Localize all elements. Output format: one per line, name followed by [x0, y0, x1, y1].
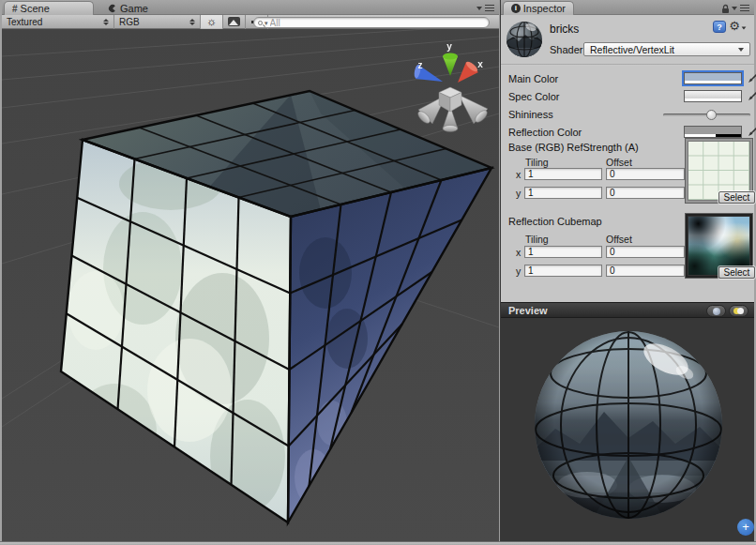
spec-color-alpha-bar [685, 98, 741, 101]
reflection-color-swatch[interactable] [684, 126, 742, 138]
main-color-row: Main Color [501, 71, 754, 86]
shader-dropdown[interactable]: Reflective/VertexLit [583, 42, 750, 56]
orientation-gizmo[interactable]: y x z [414, 41, 490, 132]
spec-color-label: Spec Color [508, 89, 559, 104]
main-color-swatch[interactable] [684, 72, 742, 84]
image-icon [228, 17, 240, 26]
inspector-panel-menu[interactable] [732, 5, 749, 11]
tab-inspector-label: Inspector [523, 3, 566, 14]
channel-mode-label: RGB [119, 17, 140, 27]
spec-color-row: Spec Color [501, 89, 754, 104]
base-y-offset-input[interactable] [606, 187, 685, 199]
main-color-fill [685, 73, 741, 81]
cubemap-label: Reflection Cubemap [508, 216, 602, 227]
light-off-icon [737, 308, 744, 314]
preview-lighting-button[interactable] [729, 305, 748, 317]
eyedropper-icon[interactable] [747, 72, 756, 84]
reflective-cube[interactable] [61, 91, 491, 522]
cubemap-select-button[interactable]: Select [718, 266, 755, 279]
gizmo-z-label: z [418, 60, 423, 70]
game-icon [108, 4, 117, 13]
gizmo-x-label: x [477, 59, 483, 69]
cubemap-offset-header: Offset [606, 234, 632, 245]
shininess-slider[interactable] [663, 114, 750, 116]
tab-scene[interactable]: # Scene [4, 1, 94, 15]
inspector-tabbar: i Inspector [501, 0, 754, 15]
cubemap-x-offset-input[interactable] [606, 246, 685, 258]
header-divider [501, 64, 754, 66]
help-icon[interactable]: ? [713, 21, 726, 33]
preview-body[interactable]: + [501, 318, 754, 541]
base-x-offset-input[interactable] [606, 168, 685, 180]
gizmo-cube[interactable] [439, 87, 461, 112]
render-mode-dropdown[interactable]: Textured [2, 15, 114, 29]
search-filter-caret-icon: ▾ [265, 20, 268, 26]
tab-inspector[interactable]: i Inspector [503, 1, 574, 15]
cubemap-x-label: x [516, 247, 521, 258]
base-x-tiling-input[interactable] [524, 168, 602, 180]
cubemap-y-offset-input[interactable] [606, 265, 685, 277]
material-preview-sphere[interactable] [501, 318, 755, 541]
channel-mode-dropdown[interactable]: RGB [114, 15, 201, 29]
shininess-slider-thumb[interactable] [706, 110, 717, 120]
base-y-tiling-input[interactable] [524, 187, 602, 199]
scene-search-field[interactable]: ▾ [253, 17, 490, 28]
reflection-color-label: Reflection Color [508, 125, 582, 140]
gizmo-y-axis[interactable] [443, 53, 458, 77]
cubemap-x-tiling-input[interactable] [524, 246, 602, 258]
scene-3d-view[interactable]: y x z [2, 29, 499, 541]
tab-game[interactable]: Game [100, 1, 166, 15]
scene-viewport[interactable]: y x z [2, 29, 499, 541]
base-offset-header: Offset [606, 157, 632, 168]
chevron-down-icon [738, 48, 744, 52]
unity-editor-window: # Scene Game Textured RGB ☼ [0, 0, 756, 545]
base-map-select-button[interactable]: Select [718, 191, 755, 204]
sun-icon: ☼ [206, 16, 217, 27]
scene-panel-menu[interactable] [476, 5, 494, 11]
preview-expand-button[interactable]: + [737, 519, 754, 536]
sphere-icon [713, 308, 720, 315]
gear-glyph: ⚙ [729, 20, 740, 32]
inspector-body: bricks ? ⚙ Shader Reflective/VertexLit M… [501, 15, 754, 302]
cubemap-tiling-header: Tiling [525, 234, 549, 245]
reflection-color-fill [685, 127, 741, 134]
scene-grid-icon: # [12, 4, 18, 14]
preview-mesh-button[interactable] [706, 305, 726, 317]
gizmo-y-label: y [446, 41, 452, 52]
shininess-label: Shininess [508, 107, 553, 122]
scene-lighting-toggle[interactable]: ☼ [201, 15, 223, 29]
tab-game-label: Game [120, 3, 148, 14]
skybox-toggle[interactable] [223, 15, 246, 29]
updown-arrows-icon [103, 19, 109, 25]
spec-color-swatch[interactable] [684, 90, 742, 102]
panel-menu-caret-icon [476, 7, 482, 10]
cubemap-y-tiling-input[interactable] [524, 265, 602, 277]
reflection-color-alpha-bar [685, 134, 741, 137]
panel-menu-lines-icon [485, 5, 494, 11]
inspector-panel: i Inspector [500, 0, 754, 541]
eyedropper-icon[interactable] [747, 90, 756, 102]
scene-tabbar: # Scene Game [2, 0, 499, 15]
info-icon: i [511, 4, 521, 13]
updown-arrows-icon [189, 19, 195, 25]
main-color-label: Main Color [508, 71, 558, 86]
tab-scene-label: Scene [21, 3, 50, 14]
gear-icon[interactable]: ⚙ [729, 20, 747, 32]
lock-icon[interactable] [721, 4, 730, 14]
material-preview-thumbnail [505, 20, 544, 59]
base-x-label: x [516, 169, 521, 180]
base-y-label: y [516, 188, 521, 199]
scene-panel: # Scene Game Textured RGB ☼ [2, 0, 499, 541]
panel-menu-caret-icon [732, 7, 737, 10]
spec-color-fill [685, 91, 741, 98]
eyedropper-icon[interactable] [747, 126, 756, 138]
search-icon [258, 21, 263, 25]
shader-label: Shader [550, 44, 582, 55]
preview-header[interactable]: Preview [501, 302, 754, 318]
base-tiling-header: Tiling [525, 157, 549, 168]
preview-title: Preview [508, 305, 548, 316]
render-mode-label: Textured [7, 17, 42, 27]
gear-caret-icon [742, 26, 747, 29]
gizmo-x-axis[interactable] [458, 60, 479, 83]
search-input[interactable] [270, 18, 485, 27]
